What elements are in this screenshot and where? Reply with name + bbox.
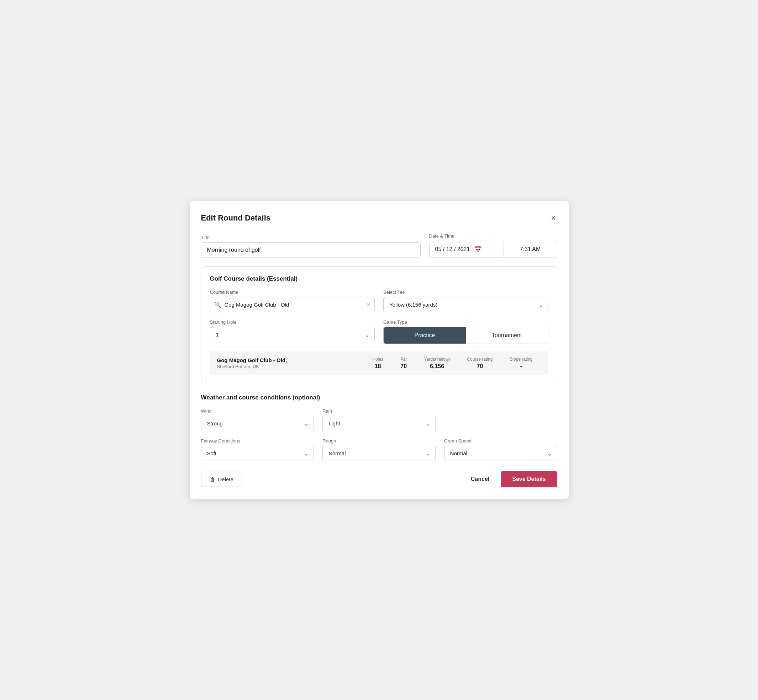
green-dropdown[interactable]: Normal — [444, 446, 557, 461]
course-location: Shelford Bottom, UK — [217, 364, 364, 369]
rough-group: Rough Normal ⌄ — [323, 438, 435, 461]
rain-wrap: Light ⌄ — [323, 416, 435, 431]
rough-label: Rough — [323, 438, 435, 444]
time-value: 7:31 AM — [520, 246, 541, 253]
starting-hole-group: Starting Hole 1 ⌄ — [210, 319, 375, 344]
game-type-label: Game Type — [383, 319, 548, 325]
footer-row: 🗑 Delete Cancel Save Details — [201, 471, 557, 487]
select-tee-wrap: Yellow (6,156 yards) ⌄ — [383, 297, 548, 312]
title-label: Title — [201, 235, 421, 240]
edit-round-modal: Edit Round Details × Title Date & Time 0… — [190, 201, 568, 499]
conditions-section: Weather and course conditions (optional)… — [201, 394, 557, 461]
fairway-label: Fairway Conditions — [201, 438, 314, 444]
top-row: Title Date & Time 05 / 12 / 2021 📅 7:31 … — [201, 233, 557, 258]
conditions-title: Weather and course conditions (optional) — [201, 394, 557, 401]
course-name-input[interactable] — [210, 297, 375, 312]
stat-holes: Holes 18 — [364, 357, 392, 370]
search-icon: 🔍 — [214, 301, 221, 308]
date-value: 05 / 12 / 2021 — [435, 246, 470, 253]
starting-hole-wrap: 1 ⌄ — [210, 327, 375, 342]
yards-label: Yards(Yellow) — [424, 357, 450, 362]
course-info-bar: Gog Magog Golf Club - Old, Shelford Bott… — [210, 351, 548, 375]
par-label: Par — [400, 357, 407, 362]
holes-label: Holes — [372, 357, 383, 362]
wind-wrap: Strong ⌄ — [201, 416, 314, 431]
rating-value: 70 — [477, 363, 483, 370]
rough-dropdown[interactable]: Normal — [323, 446, 435, 461]
rough-wrap: Normal ⌄ — [323, 446, 435, 461]
calendar-icon: 📅 — [474, 245, 482, 253]
course-tee-row: Course Name 🔍 × Select Tee Yellow (6,156… — [210, 289, 548, 312]
practice-button[interactable]: Practice — [384, 327, 466, 344]
rain-label: Rain — [323, 408, 435, 414]
stat-slope: Slope rating - — [501, 357, 541, 370]
modal-title: Edit Round Details — [201, 213, 271, 223]
course-search-wrap: 🔍 × — [210, 297, 375, 312]
fairway-group: Fairway Conditions Soft ⌄ — [201, 438, 314, 461]
course-full-name: Gog Magog Golf Club - Old, — [217, 357, 364, 363]
green-group: Green Speed Normal ⌄ — [444, 438, 557, 461]
cancel-button[interactable]: Cancel — [468, 472, 492, 487]
yards-value: 6,156 — [430, 363, 444, 370]
datetime-field-group: Date & Time 05 / 12 / 2021 📅 7:31 AM — [429, 233, 557, 258]
select-tee-label: Select Tee — [383, 289, 548, 295]
footer-right: Cancel Save Details — [468, 471, 557, 487]
stat-rating: Course rating 70 — [458, 357, 501, 370]
hole-gametype-row: Starting Hole 1 ⌄ Game Type Practice Tou… — [210, 319, 548, 344]
game-type-toggle: Practice Tournament — [383, 327, 548, 344]
modal-header: Edit Round Details × — [201, 213, 557, 223]
time-field[interactable]: 7:31 AM — [504, 241, 557, 258]
select-tee-dropdown[interactable]: Yellow (6,156 yards) — [383, 297, 548, 312]
slope-value: - — [520, 363, 522, 370]
rating-label: Course rating — [467, 357, 493, 362]
select-tee-group: Select Tee Yellow (6,156 yards) ⌄ — [383, 289, 548, 312]
title-field-group: Title — [201, 235, 421, 258]
close-button[interactable]: × — [550, 213, 557, 223]
stat-yards: Yards(Yellow) 6,156 — [416, 357, 459, 370]
golf-section-title: Golf Course details (Essential) — [210, 275, 548, 283]
golf-course-section: Golf Course details (Essential) Course N… — [201, 266, 557, 384]
fairway-rough-green-row: Fairway Conditions Soft ⌄ Rough Normal ⌄ — [201, 438, 557, 461]
par-value: 70 — [400, 363, 407, 370]
tournament-button[interactable]: Tournament — [466, 327, 548, 344]
fairway-dropdown[interactable]: Soft — [201, 446, 314, 461]
wind-label: Wind — [201, 408, 314, 414]
stat-par: Par 70 — [392, 357, 416, 370]
course-name-group: Course Name 🔍 × — [210, 289, 375, 312]
datetime-label: Date & Time — [429, 233, 557, 239]
green-wrap: Normal ⌄ — [444, 446, 557, 461]
rain-group: Rain Light ⌄ — [323, 408, 435, 431]
save-button[interactable]: Save Details — [501, 471, 557, 487]
starting-hole-label: Starting Hole — [210, 319, 375, 325]
fairway-wrap: Soft ⌄ — [201, 446, 314, 461]
delete-label: Delete — [218, 476, 233, 482]
wind-rain-row: Wind Strong ⌄ Rain Light ⌄ — [201, 408, 557, 431]
rain-dropdown[interactable]: Light — [323, 416, 435, 431]
course-name-label: Course Name — [210, 289, 375, 295]
slope-label: Slope rating — [510, 357, 532, 362]
trash-icon: 🗑 — [210, 476, 215, 482]
green-label: Green Speed — [444, 438, 557, 444]
wind-group: Wind Strong ⌄ — [201, 408, 314, 431]
game-type-group: Game Type Practice Tournament — [383, 319, 548, 344]
starting-hole-dropdown[interactable]: 1 — [210, 327, 375, 342]
delete-button[interactable]: 🗑 Delete — [201, 472, 242, 487]
clear-icon[interactable]: × — [366, 301, 370, 308]
holes-value: 18 — [375, 363, 381, 370]
course-info-name: Gog Magog Golf Club - Old, Shelford Bott… — [217, 357, 364, 369]
date-field[interactable]: 05 / 12 / 2021 📅 — [429, 241, 504, 258]
wind-dropdown[interactable]: Strong — [201, 416, 314, 431]
datetime-row: 05 / 12 / 2021 📅 7:31 AM — [429, 241, 557, 258]
title-input[interactable] — [201, 242, 421, 258]
